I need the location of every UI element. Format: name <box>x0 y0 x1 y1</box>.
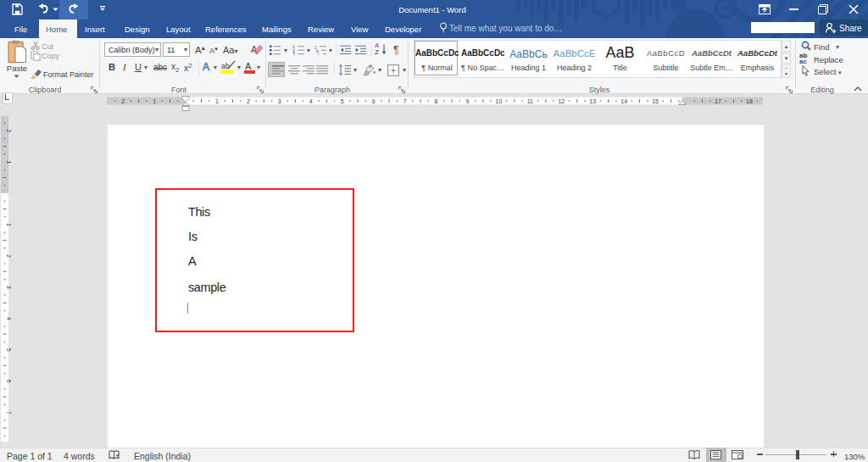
svg-text:6: 6 <box>6 380 11 383</box>
svg-text:2: 2 <box>247 98 250 104</box>
svg-text:1: 1 <box>215 98 219 104</box>
svg-text:5: 5 <box>6 348 11 352</box>
svg-text:3: 3 <box>292 52 295 55</box>
svg-text:11: 11 <box>527 98 533 104</box>
svg-text:i: i <box>318 52 319 55</box>
svg-text:3: 3 <box>6 286 11 289</box>
svg-text:2: 2 <box>6 254 11 258</box>
svg-text:14: 14 <box>620 98 627 104</box>
svg-text:2: 2 <box>121 98 125 104</box>
svg-text:4: 4 <box>6 317 11 320</box>
svg-text:7: 7 <box>6 411 11 415</box>
svg-text:18: 18 <box>746 98 753 104</box>
svg-text:2: 2 <box>6 129 11 132</box>
svg-text:4: 4 <box>309 98 313 104</box>
svg-text:6: 6 <box>372 98 376 104</box>
svg-text:10: 10 <box>496 98 503 104</box>
svg-text:1: 1 <box>6 160 11 164</box>
svg-text:15: 15 <box>652 98 659 104</box>
svg-text:8: 8 <box>435 98 438 104</box>
svg-text:5: 5 <box>341 98 344 104</box>
svg-text:1: 1 <box>6 223 11 226</box>
svg-text:9: 9 <box>466 98 470 104</box>
svg-text:1: 1 <box>153 98 156 104</box>
svg-text:17: 17 <box>715 98 721 104</box>
svg-text:13: 13 <box>589 98 596 104</box>
svg-text:12: 12 <box>558 98 565 104</box>
svg-text:7: 7 <box>403 98 407 104</box>
svg-text:3: 3 <box>278 98 281 104</box>
